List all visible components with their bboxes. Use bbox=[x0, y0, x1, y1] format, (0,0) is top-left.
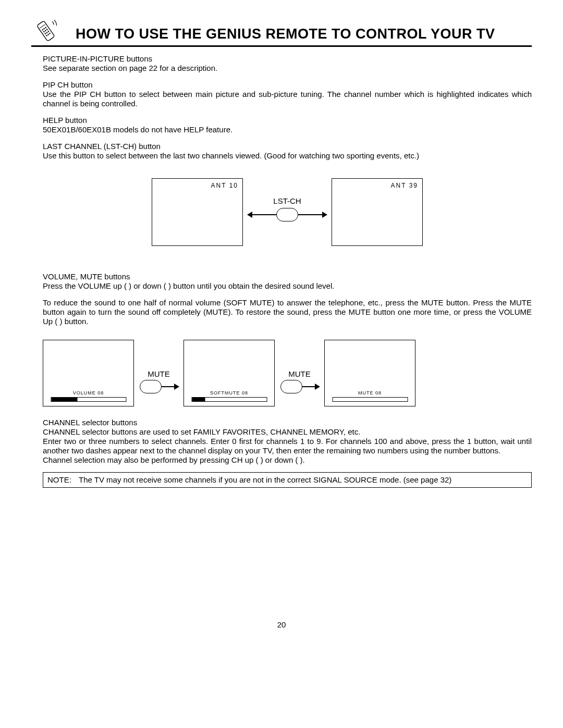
heading-lst: LAST CHANNEL (LST-CH) button bbox=[43, 142, 532, 151]
lstch-button-group: LST-CH bbox=[243, 178, 332, 246]
heading-pip: PICTURE-IN-PICTURE buttons bbox=[43, 54, 532, 64]
mute-tv-2: SOFTMUTE 08 bbox=[183, 340, 275, 406]
heading-chsel: CHANNEL selector buttons bbox=[43, 418, 532, 427]
heading-help: HELP button bbox=[43, 116, 532, 125]
tv-right: ANT 39 bbox=[332, 178, 423, 246]
section-volmute: VOLUME, MUTE buttons Press the VOLUME up… bbox=[43, 272, 532, 326]
title-rule bbox=[31, 45, 532, 47]
mute-button bbox=[140, 380, 162, 393]
body: PICTURE-IN-PICTURE buttons See separate … bbox=[31, 54, 532, 488]
mute-btn1-label: MUTE bbox=[148, 369, 170, 379]
remote-icon bbox=[31, 16, 60, 44]
vol-fill-2 bbox=[192, 398, 205, 401]
desc-pip: See separate section on page 22 for a de… bbox=[43, 64, 532, 73]
mute-btn-2: MUTE bbox=[275, 353, 324, 393]
tv-left: ANT 10 bbox=[152, 178, 243, 246]
mute-tv1-label: VOLUME 08 bbox=[51, 390, 126, 396]
tv-left-label: ANT 10 bbox=[211, 182, 238, 189]
mute-btn-1: MUTE bbox=[134, 353, 183, 393]
mute-tv2-label: SOFTMUTE 08 bbox=[191, 390, 267, 396]
arrow-right-icon bbox=[162, 386, 178, 387]
section-help: HELP button 50EX01B/60EX01B models do no… bbox=[43, 116, 532, 134]
note-box: NOTE: The TV may not receive some channe… bbox=[43, 472, 532, 488]
desc-chsel-1: CHANNEL selector buttons are used to set… bbox=[43, 427, 532, 437]
arrow-right-icon bbox=[298, 214, 326, 215]
lstch-button bbox=[276, 208, 298, 221]
note-label: NOTE: bbox=[47, 475, 79, 485]
mute-tv-3: MUTE 08 bbox=[324, 340, 415, 406]
page-title: HOW TO USE THE GENIUS REMOTE TO CONTROL … bbox=[76, 26, 532, 42]
heading-pipch: PIP CH button bbox=[43, 80, 532, 90]
mute-button bbox=[280, 380, 302, 393]
header-row: HOW TO USE THE GENIUS REMOTE TO CONTROL … bbox=[31, 16, 532, 42]
desc-volmute-1: Press the VOLUME up ( ) or down ( ) butt… bbox=[43, 281, 532, 291]
heading-volmute: VOLUME, MUTE buttons bbox=[43, 272, 532, 281]
lstch-label: LST-CH bbox=[273, 196, 301, 206]
mute-tv3-label: MUTE 08 bbox=[332, 390, 408, 396]
desc-volmute-2: To reduce the sound to one half of norma… bbox=[43, 298, 532, 326]
desc-help: 50EX01B/60EX01B models do not have HELP … bbox=[43, 125, 532, 134]
desc-lst: Use this button to select between the la… bbox=[43, 151, 532, 161]
section-pipch: PIP CH button Use the PIP CH button to s… bbox=[43, 80, 532, 108]
tv-right-label: ANT 39 bbox=[391, 182, 418, 189]
page: HOW TO USE THE GENIUS REMOTE TO CONTROL … bbox=[0, 0, 563, 488]
section-chsel: CHANNEL selector buttons CHANNEL selecto… bbox=[43, 418, 532, 465]
page-number: 20 bbox=[0, 620, 563, 629]
note-text: The TV may not receive some channels if … bbox=[79, 475, 527, 485]
desc-chsel-3: Channel selection may also be performed … bbox=[43, 455, 532, 465]
mute-diagram: VOLUME 08 MUTE SOFTMUTE 08 MUTE bbox=[43, 340, 532, 406]
arrow-right-icon bbox=[302, 386, 319, 387]
vol-fill-1 bbox=[51, 398, 77, 401]
mute-tv-1: VOLUME 08 bbox=[43, 340, 134, 406]
section-lst: LAST CHANNEL (LST-CH) button Use this bu… bbox=[43, 142, 532, 161]
desc-chsel-2: Enter two or three numbers to select cha… bbox=[43, 437, 532, 455]
desc-pipch: Use the PIP CH button to select between … bbox=[43, 90, 532, 108]
arrow-left-icon bbox=[248, 214, 276, 215]
mute-btn2-label: MUTE bbox=[288, 369, 311, 379]
section-pip: PICTURE-IN-PICTURE buttons See separate … bbox=[43, 54, 532, 73]
lstch-diagram: ANT 10 LST-CH ANT 39 bbox=[43, 178, 532, 246]
